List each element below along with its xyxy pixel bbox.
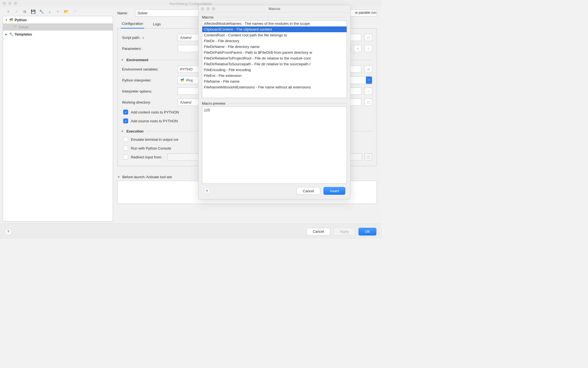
ok-button[interactable]: OK <box>358 228 376 236</box>
disclosure-triangle-icon: ▼ <box>117 175 120 178</box>
browse-button[interactable]: 🗀 <box>365 34 372 41</box>
python-icon <box>13 25 17 29</box>
cancel-button[interactable]: Cancel <box>306 228 330 236</box>
chevron-down-icon[interactable]: ▾ <box>141 36 144 39</box>
macro-item[interactable]: ClipboardContent - The clipboard content <box>202 26 347 32</box>
tab-logs[interactable]: Logs <box>152 22 162 28</box>
python-icon <box>9 18 14 22</box>
sidebar-toolbar: ＋ － ⧉ 💾 🔧 ▲ ▼ 📂 ↓ᴬ <box>3 9 113 16</box>
browse-button: 🗀 <box>365 153 372 161</box>
folder-move-icon[interactable]: 📂 <box>64 9 68 14</box>
minimize-dot[interactable] <box>8 2 12 5</box>
close-dot[interactable] <box>3 2 6 5</box>
macros-titlebar: Macros <box>199 5 350 12</box>
window-controls <box>3 2 17 5</box>
macros-dialog: Macros Macros AffectedModuleNames - The … <box>198 5 350 199</box>
macro-item[interactable]: FileName - File name <box>202 79 347 84</box>
macro-item[interactable]: ContentRoot - Content root path the file… <box>202 32 347 38</box>
tree-label: Python <box>15 18 27 22</box>
expand-button[interactable]: ⤢ <box>365 45 372 52</box>
checkbox-off-icon <box>123 155 128 159</box>
remove-icon[interactable]: － <box>14 9 19 14</box>
folder-icon: 🗀 <box>367 100 370 104</box>
add-param-button[interactable]: + <box>354 45 362 52</box>
macro-item[interactable]: FileDirName - File directory name <box>202 44 347 50</box>
preview-section-label: Macro preview <box>202 101 347 105</box>
checkbox-off-icon <box>123 146 128 151</box>
disclosure-triangle-icon: ▼ <box>121 130 124 133</box>
macro-item[interactable]: FileDirRelativeToProjectRoot - File dir … <box>202 55 347 61</box>
dialog-footer: ? Cancel Apply OK <box>0 224 381 239</box>
save-icon[interactable]: 💾 <box>31 9 35 14</box>
up-icon[interactable]: ▲ <box>47 9 52 14</box>
minimize-dot[interactable] <box>206 7 210 10</box>
close-dot[interactable] <box>201 7 204 10</box>
folder-icon: 🗀 <box>367 36 370 40</box>
plus-icon: + <box>357 47 359 51</box>
parallel-run-checkbox[interactable]: w parallel run <box>355 10 376 15</box>
disclosure-triangle-icon: ▼ <box>121 58 124 61</box>
macro-item[interactable]: FileDir - File directory <box>202 38 347 44</box>
macro-item[interactable]: FileDirPathFromParent - Path to $FileDir… <box>202 50 347 55</box>
disclosure-triangle-icon[interactable]: ▶ <box>5 33 8 36</box>
tree-label: Solver <box>18 25 29 29</box>
macro-item[interactable]: FileEncoding - File encoding <box>202 67 347 73</box>
help-button[interactable]: ? <box>204 188 210 194</box>
expand-button[interactable]: ⤢ <box>365 88 372 95</box>
macro-item[interactable]: FileDirRelativeToSourcepath - File dir r… <box>202 61 347 67</box>
expand-icon: ⤢ <box>367 47 370 51</box>
window-controls <box>201 7 215 10</box>
macro-item[interactable]: FileNameWithoutAllExtensions - File name… <box>202 84 347 90</box>
preview-value: 125 <box>204 108 210 112</box>
checkbox-on-icon: ✓ <box>123 110 128 115</box>
expand-icon: ⤢ <box>367 89 370 93</box>
parallel-run-label: w parallel run <box>355 10 376 15</box>
copy-icon[interactable]: ⧉ <box>23 9 27 14</box>
macro-preview: 125 <box>202 107 347 184</box>
macro-item[interactable]: FileExt - File extension <box>202 73 347 79</box>
wrench-icon: 🔧 <box>9 32 14 36</box>
cancel-button[interactable]: Cancel <box>296 187 320 195</box>
macros-title: Macros <box>269 7 280 11</box>
tab-configuration[interactable]: Configuration <box>121 21 144 29</box>
list-icon: ≣ <box>367 67 370 71</box>
sidebar: ＋ － ⧉ 💾 🔧 ▲ ▼ 📂 ↓ᴬ ▼ Python Solver <box>0 7 116 223</box>
checkbox-off-icon <box>123 137 128 142</box>
sort-icon[interactable]: ↓ᴬ <box>72 9 77 14</box>
env-list-button[interactable]: ≣ <box>365 66 372 73</box>
tree-label: Templates <box>15 32 32 36</box>
help-button[interactable]: ? <box>5 228 12 235</box>
parameters-label: Parameters: <box>122 47 174 51</box>
macro-list[interactable]: AffectedModuleNames - The names of the m… <box>202 20 347 98</box>
insert-button[interactable]: Insert <box>323 187 345 195</box>
checkbox-on-icon: ✓ <box>123 118 128 123</box>
apply-button: Apply <box>334 228 355 236</box>
python-icon <box>180 78 185 82</box>
env-vars-label: Environment variables: <box>122 67 174 71</box>
add-icon[interactable]: ＋ <box>6 9 10 14</box>
config-tree[interactable]: ▼ Python Solver ▶ 🔧 Templates <box>3 16 113 221</box>
zoom-dot[interactable] <box>14 2 17 5</box>
working-dir-label: Working directory: <box>122 100 174 104</box>
zoom-dot[interactable] <box>212 7 215 10</box>
down-icon[interactable]: ▼ <box>56 9 60 14</box>
folder-icon: 🗀 <box>367 155 370 159</box>
name-label: Name: <box>117 11 132 15</box>
interpreter-options-label: Interpreter options: <box>122 89 174 93</box>
tree-node-templates[interactable]: ▶ 🔧 Templates <box>3 31 113 38</box>
wrench-icon[interactable]: 🔧 <box>39 9 44 14</box>
script-path-label[interactable]: Script path: ▾ <box>122 36 174 40</box>
select-chevron-icon[interactable] <box>366 77 372 84</box>
browse-button[interactable]: 🗀 <box>365 99 372 106</box>
macros-section-label: Macros <box>202 15 347 19</box>
disclosure-triangle-icon[interactable]: ▼ <box>5 18 8 21</box>
macro-item[interactable]: AffectedModuleNames - The names of the m… <box>202 21 347 26</box>
tree-node-python[interactable]: ▼ Python <box>3 16 113 23</box>
tree-node-solver[interactable]: Solver <box>3 23 113 31</box>
interpreter-label: Python interpreter: <box>122 78 174 82</box>
